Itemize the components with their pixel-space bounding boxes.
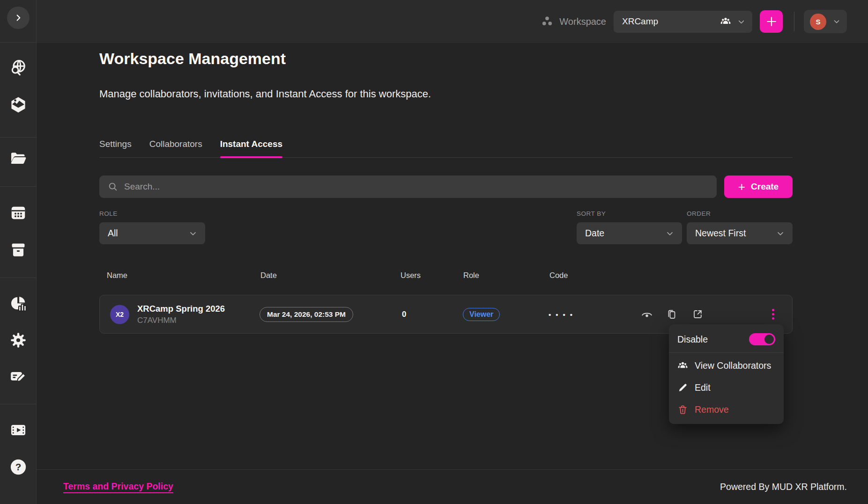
page-title: Workspace Management — [99, 50, 286, 68]
sidebar-item-calendar[interactable] — [9, 203, 28, 222]
workspace-name: XRCamp — [622, 16, 714, 27]
svg-text:?: ? — [15, 461, 22, 472]
kebab-dot — [772, 313, 774, 315]
card-edit-icon — [9, 367, 27, 385]
column-header-users: Users — [401, 271, 421, 280]
sidebar: ? — [0, 0, 37, 504]
pencil-icon — [677, 382, 688, 393]
create-button[interactable]: + Create — [724, 175, 793, 198]
disable-toggle[interactable] — [749, 333, 775, 345]
menu-item-disable[interactable]: Disable — [669, 328, 784, 351]
table-header-row: Name Date Users Role Code — [99, 271, 793, 280]
sidebar-item-help[interactable]: ? — [9, 458, 28, 476]
row-code-masked: •••• — [549, 310, 577, 318]
sidebar-item-archive[interactable] — [9, 241, 28, 259]
role-filter-value: All — [108, 228, 118, 239]
sidebar-item-tutorials[interactable] — [9, 421, 28, 439]
row-actions-menu-button[interactable] — [769, 308, 777, 321]
top-bar: Workspace XRCamp S — [37, 0, 868, 43]
sidebar-expand-button[interactable] — [7, 7, 30, 29]
user-menu[interactable]: S — [804, 10, 847, 33]
chevron-down-icon — [832, 17, 841, 26]
sidebar-divider — [0, 404, 37, 404]
trash-icon — [677, 404, 688, 415]
order-filter-dropdown[interactable]: Newest First — [687, 222, 793, 244]
reveal-code-button[interactable] — [641, 308, 653, 321]
sidebar-divider — [0, 137, 37, 138]
folder-open-icon — [9, 150, 27, 168]
calendar-icon — [9, 204, 27, 221]
sidebar-divider — [0, 42, 37, 43]
column-header-role: Role — [463, 271, 479, 280]
chevron-down-icon — [188, 229, 198, 238]
row-role-badge: Viewer — [463, 308, 500, 321]
main-content: Workspace Management Manage collaborator… — [37, 43, 868, 504]
collaborators-icon — [677, 360, 688, 371]
topbar-divider — [794, 12, 794, 31]
order-filter-value: Newest First — [695, 228, 746, 239]
search-input[interactable] — [124, 182, 708, 192]
row-users-count: 0 — [402, 310, 406, 319]
workspace-label-group: Workspace — [540, 15, 606, 29]
role-filter-label: ROLE — [99, 210, 205, 217]
chevron-down-icon — [776, 229, 785, 238]
chevron-right-icon — [13, 13, 23, 23]
kebab-dot — [772, 317, 774, 320]
workspace-cluster-icon — [540, 15, 554, 29]
sort-filter-value: Date — [585, 228, 604, 239]
collaborators-icon — [720, 16, 731, 27]
menu-item-view-collaborators[interactable]: View Collaborators — [669, 355, 784, 377]
help-icon: ? — [9, 458, 27, 476]
sort-filter-label: SORT BY — [577, 210, 682, 217]
open-link-button[interactable] — [691, 308, 704, 321]
sidebar-item-analytics[interactable] — [9, 294, 28, 313]
search-icon — [108, 182, 118, 192]
search-box — [99, 175, 717, 198]
role-filter-group: ROLE All — [99, 210, 205, 244]
tab-bar: Settings Collaborators Instant Access — [99, 139, 793, 158]
scene-cube-icon — [9, 96, 27, 114]
powered-by-text: Powered By MUD XR Platform. — [720, 482, 847, 492]
plus-icon — [765, 15, 778, 28]
sidebar-item-explore[interactable] — [9, 58, 28, 77]
menu-divider — [669, 352, 784, 353]
workspace-selector[interactable]: XRCamp — [614, 11, 752, 33]
gear-icon — [9, 331, 27, 349]
toolbar: + Create — [99, 175, 793, 198]
sidebar-divider — [0, 278, 37, 278]
archive-box-icon — [9, 241, 27, 259]
sort-filter-group: SORT BY Date — [577, 210, 682, 244]
workspace-label: Workspace — [559, 16, 606, 27]
menu-item-label: View Collaborators — [695, 360, 771, 371]
tab-settings[interactable]: Settings — [99, 139, 132, 157]
menu-item-edit[interactable]: Edit — [669, 377, 784, 399]
globe-search-icon — [9, 58, 27, 76]
tab-collaborators[interactable]: Collaborators — [149, 139, 202, 157]
terms-privacy-link[interactable]: Terms and Privacy Policy — [63, 481, 173, 493]
toggle-knob — [764, 335, 774, 344]
copy-code-button[interactable] — [666, 308, 678, 321]
analytics-pie-icon — [9, 295, 27, 313]
row-name: XRCamp Spring 2026 — [137, 304, 225, 314]
column-header-name: Name — [107, 271, 127, 280]
sidebar-item-settings[interactable] — [9, 331, 28, 350]
tab-instant-access[interactable]: Instant Access — [220, 139, 282, 157]
sidebar-item-projects[interactable] — [9, 149, 28, 168]
menu-item-label: Remove — [695, 404, 729, 415]
chevron-down-icon — [737, 17, 746, 26]
footer: Terms and Privacy Policy Powered By MUD … — [37, 469, 868, 504]
app-root: Workspace XRCamp S — [0, 0, 868, 504]
film-icon — [9, 421, 27, 439]
sidebar-item-scenes[interactable] — [9, 95, 28, 114]
sidebar-item-license[interactable] — [9, 367, 28, 386]
row-actions-menu: Disable View Collaborators Edit — [669, 324, 784, 424]
eye-icon — [641, 308, 653, 321]
menu-item-remove[interactable]: Remove — [669, 399, 784, 421]
copy-icon — [666, 309, 677, 320]
menu-item-label: Edit — [695, 382, 711, 393]
disable-label: Disable — [677, 334, 708, 345]
sort-filter-dropdown[interactable]: Date — [577, 222, 682, 244]
column-header-code: Code — [549, 271, 568, 280]
create-workspace-button[interactable] — [760, 10, 783, 33]
role-filter-dropdown[interactable]: All — [99, 222, 205, 244]
